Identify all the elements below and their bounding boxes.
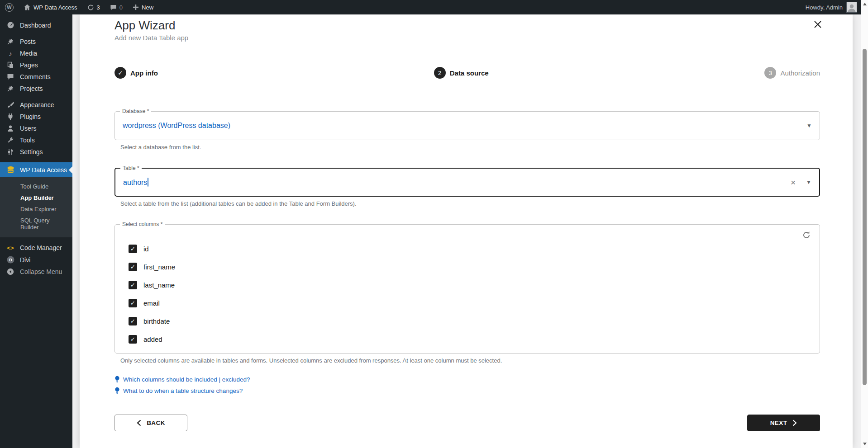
plugin-icon — [6, 113, 15, 120]
refresh-columns-button[interactable] — [802, 231, 811, 240]
step-app-info[interactable]: ✓ App info — [114, 67, 158, 79]
sidebar-item-projects[interactable]: Projects — [0, 83, 72, 94]
check-icon: ✓ — [114, 67, 126, 79]
database-helper-text: Select a database from the list. — [120, 144, 820, 151]
sidebar-item-posts[interactable]: Posts — [0, 36, 72, 47]
back-button[interactable]: BACK — [114, 415, 187, 431]
columns-helper-text: Only selected columns are available in t… — [120, 357, 820, 364]
next-button[interactable]: NEXT — [747, 415, 820, 431]
step-connector — [165, 73, 427, 73]
page-title: App Wizard — [114, 18, 820, 33]
comments-link[interactable]: 0 — [105, 0, 128, 14]
admin-sidebar: Dashboard Posts ♪ Media Pages Comments P… — [0, 14, 72, 448]
updates-count: 3 — [97, 4, 100, 11]
table-helper-text: Select a table from the list (additional… — [120, 200, 820, 207]
wordpress-menu-button[interactable]: W — [0, 0, 19, 14]
sidebar-item-media[interactable]: ♪ Media — [0, 47, 72, 59]
lightbulb-icon — [114, 387, 120, 394]
brush-icon — [6, 101, 15, 108]
sidebar-item-code-manager[interactable]: <> Code Manager — [0, 242, 72, 254]
comment-icon — [6, 73, 15, 80]
help-link-columns[interactable]: Which columns should be included | exclu… — [114, 376, 820, 383]
close-icon — [814, 20, 822, 28]
step-connector — [496, 73, 758, 73]
sidebar-item-data-explorer[interactable]: Data Explorer — [0, 203, 72, 215]
clear-icon[interactable]: × — [791, 178, 796, 187]
account-menu[interactable]: Howdy, Admin — [806, 2, 861, 13]
lightbulb-icon — [114, 376, 120, 383]
sidebar-item-plugins[interactable]: Plugins — [0, 111, 72, 123]
step-data-source[interactable]: 2 Data source — [434, 67, 489, 79]
close-button[interactable] — [812, 19, 824, 30]
scroll-up-arrow[interactable] — [863, 3, 867, 5]
new-label: New — [142, 4, 153, 11]
column-row: ✓ birthdate — [115, 312, 820, 330]
collapse-icon — [6, 268, 15, 275]
comments-count: 0 — [119, 4, 123, 11]
columns-list: ✓ id ✓ first_name ✓ last_name ✓ email — [115, 225, 820, 348]
checkbox-checked[interactable]: ✓ — [129, 317, 137, 325]
refresh-icon — [802, 231, 811, 240]
comments-icon — [110, 4, 117, 11]
new-content-button[interactable]: New — [128, 0, 158, 14]
database-select[interactable]: Database * wordpress (WordPress database… — [114, 111, 820, 140]
plus-icon — [133, 4, 139, 10]
chevron-right-icon — [792, 420, 797, 426]
app-wizard-dialog: App Wizard Add new Data Table app ✓ App … — [80, 14, 853, 448]
sidebar-item-comments[interactable]: Comments — [0, 71, 72, 83]
column-row: ✓ added — [115, 330, 820, 348]
sidebar-item-sql-query-builder[interactable]: SQL Query Builder — [0, 215, 72, 233]
checkbox-checked[interactable]: ✓ — [129, 281, 137, 289]
sidebar-item-users[interactable]: Users — [0, 123, 72, 134]
checkbox-checked[interactable]: ✓ — [129, 335, 137, 344]
admin-bar: W WP Data Access 3 0 New Howdy, Admin — [0, 0, 861, 14]
dashboard-icon — [6, 21, 15, 29]
media-icon: ♪ — [6, 50, 15, 57]
columns-label: Select columns * — [120, 221, 165, 228]
collapse-menu-button[interactable]: Collapse Menu — [0, 266, 72, 278]
wordpress-logo-icon: W — [5, 3, 14, 12]
column-row: ✓ email — [115, 294, 820, 312]
checkbox-checked[interactable]: ✓ — [129, 263, 137, 271]
chevron-left-icon — [137, 420, 141, 426]
page-subtitle: Add new Data Table app — [114, 34, 820, 42]
sidebar-item-appearance[interactable]: Appearance — [0, 99, 72, 111]
table-input[interactable]: Table * authors × ▼ — [114, 168, 820, 197]
sidebar-item-pages[interactable]: Pages — [0, 59, 72, 71]
database-label: Database * — [120, 108, 151, 115]
checkbox-checked[interactable]: ✓ — [129, 299, 137, 307]
wizard-actions: BACK NEXT — [114, 415, 820, 431]
sidebar-item-app-builder[interactable]: App Builder — [0, 192, 72, 203]
checkbox-checked[interactable]: ✓ — [129, 245, 137, 253]
sidebar-item-divi[interactable]: D Divi — [0, 254, 72, 266]
sidebar-item-settings[interactable]: Settings — [0, 146, 72, 158]
chevron-down-icon[interactable]: ▼ — [806, 123, 812, 129]
site-home-link[interactable]: WP Data Access — [19, 0, 82, 14]
wrench-icon — [6, 137, 15, 144]
vertical-scrollbar[interactable] — [861, 0, 868, 448]
wizard-stepper: ✓ App info 2 Data source 3 Authorization — [114, 67, 820, 79]
help-link-structure[interactable]: What to do when a table structure change… — [114, 387, 820, 394]
scroll-down-arrow[interactable] — [863, 443, 867, 445]
sidebar-item-tools[interactable]: Tools — [0, 134, 72, 146]
step-number-badge: 2 — [434, 67, 446, 79]
user-avatar — [846, 2, 857, 13]
sidebar-item-wp-data-access[interactable]: WP Data Access — [0, 162, 72, 177]
column-row: ✓ last_name — [115, 276, 820, 294]
howdy-text: Howdy, Admin — [806, 4, 843, 11]
scrollbar-thumb[interactable] — [863, 49, 867, 385]
wp-data-access-submenu: Tool Guide App Builder Data Explorer SQL… — [0, 177, 72, 237]
table-field-group: Table * authors × ▼ Select a table from … — [114, 168, 820, 207]
svg-text:D: D — [9, 257, 12, 262]
select-columns-fieldset: Select columns * ✓ id ✓ first_name — [114, 224, 820, 354]
chevron-down-icon[interactable]: ▼ — [806, 179, 811, 185]
step-authorization[interactable]: 3 Authorization — [764, 67, 820, 79]
updates-link[interactable]: 3 — [82, 0, 105, 14]
sidebar-item-dashboard[interactable]: Dashboard — [0, 19, 72, 31]
divi-icon: D — [6, 256, 15, 264]
home-icon — [24, 4, 31, 11]
step-number-badge: 3 — [764, 67, 776, 79]
table-label: Table * — [120, 165, 142, 172]
sidebar-item-tool-guide[interactable]: Tool Guide — [0, 181, 72, 192]
table-value: authors — [123, 179, 147, 186]
